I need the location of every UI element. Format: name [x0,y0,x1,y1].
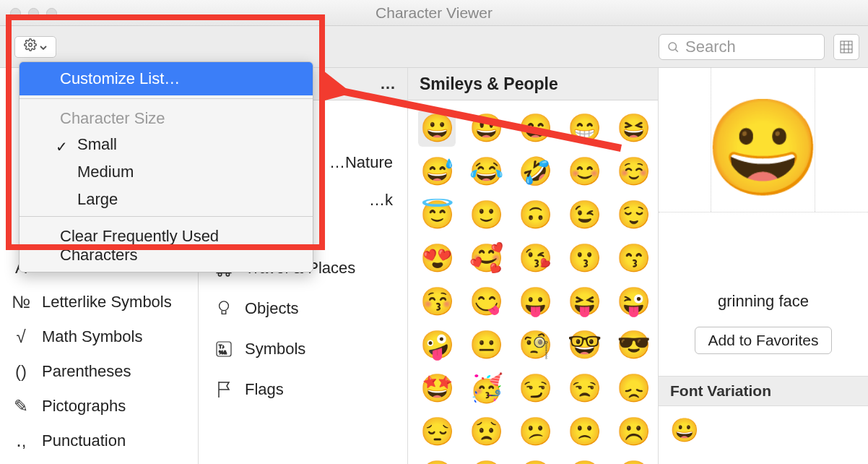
emoji-cell[interactable]: 😃 [467,109,505,147]
menu-customize-list[interactable]: Customize List… [19,62,313,95]
category-label: Pictographs [42,397,126,416]
emoji-cell[interactable]: 🥰 [467,239,505,277]
parentheses-icon: () [10,361,32,382]
search-input[interactable]: Search [659,34,825,60]
menu-size-small[interactable]: ✓ Small [19,131,313,158]
subcategory-objects[interactable]: Objects [199,288,407,329]
window-controls [10,8,57,19]
emoji-cell[interactable]: 🤓 [565,326,603,364]
menu-separator [19,98,313,99]
emoji-cell[interactable]: 🧐 [516,326,554,364]
check-icon: ✓ [56,138,68,155]
gear-dropdown-button[interactable] [14,36,56,58]
search-icon [667,40,680,53]
zoom-dot[interactable] [46,8,57,19]
symbols-icon: T♪%& [213,338,235,360]
detail-emoji: 😀 [659,100,868,194]
menu-separator [19,216,313,217]
category-label: Parentheses [42,362,131,381]
emoji-cell[interactable]: 😋 [467,283,505,320]
emoji-cell[interactable]: 🙂 [467,196,505,233]
emoji-cell[interactable]: 😞 [615,369,652,407]
emoji-cell[interactable]: 😆 [615,109,652,147]
emoji-cell[interactable]: 😗 [565,239,603,277]
emoji-cell[interactable]: 😟 [467,413,505,450]
emoji-cell[interactable]: ☹️ [615,413,652,450]
emoji-cell[interactable]: 😛 [516,283,554,320]
subcategory-symbols[interactable]: T♪%& Symbols [199,329,407,369]
category-technical[interactable]: ⌘ Technic…Symbols [0,458,198,464]
emoji-cell[interactable]: 😘 [516,239,554,277]
menu-size-large[interactable]: Large [19,186,313,213]
font-variation-sample[interactable]: 😀 [659,406,868,454]
subcategory-label: …k [369,191,393,210]
emoji-cell[interactable]: 🙃 [516,196,554,233]
menu-size-medium[interactable]: Medium [19,158,313,186]
emoji-cell[interactable]: 😊 [565,152,603,190]
category-parentheses[interactable]: () Parentheses [0,354,198,389]
emoji-cell[interactable]: 😝 [565,283,603,320]
emoji-cell[interactable]: 😐 [467,326,505,364]
flags-icon [213,379,235,400]
emoji-cell[interactable]: 😎 [615,326,652,364]
emoji-cell[interactable]: 😂 [467,152,505,190]
font-variation-header: Font Variation [659,376,868,406]
objects-icon [213,298,235,319]
menu-clear-frequent[interactable]: Clear Frequently Used Characters [19,220,313,272]
emoji-grid: 😀😃😄😁😆😅😂🤣😊☺️😇🙂🙃😉😌😍🥰😘😗😙😚😋😛😝😜🤪😐🧐🤓😎🤩🥳😏😒😞😔😟😕🙁… [408,100,658,464]
emoji-cell[interactable]: 😜 [615,283,652,320]
emoji-cell[interactable]: 😚 [418,283,456,320]
svg-line-2 [675,49,677,51]
search-placeholder: Search [685,38,736,56]
emoji-cell[interactable]: 😫 [516,456,554,464]
svg-point-0 [29,43,32,47]
category-math[interactable]: √ Math Symbols [0,319,198,354]
emoji-cell[interactable]: 😙 [615,239,652,277]
gear-dropdown-menu: Customize List… Character Size ✓ Small M… [19,61,313,272]
svg-point-10 [226,273,229,276]
emoji-cell[interactable]: 😌 [615,196,652,233]
collapse-viewer-button[interactable] [833,34,859,60]
category-label: Math Symbols [42,327,142,346]
emoji-cell[interactable]: 🤩 [418,369,456,407]
emoji-cell[interactable]: 😩 [565,456,603,464]
subcategory-label: Flags [245,380,284,399]
emoji-cell[interactable]: 😀 [418,109,456,147]
emoji-cell[interactable]: 🥳 [467,369,505,407]
emoji-cell[interactable]: 😒 [565,369,603,407]
emoji-cell[interactable]: 😍 [418,239,456,277]
category-punctuation[interactable]: ․, Punctuation [0,424,198,458]
emoji-cell[interactable]: 😕 [516,413,554,450]
subcategory-flags[interactable]: Flags [199,369,407,410]
emoji-cell[interactable]: 😅 [418,152,456,190]
emoji-cell[interactable]: 🙁 [565,413,603,450]
emoji-cell[interactable]: 😖 [467,456,505,464]
emoji-grid-header: Smileys & People [408,68,658,100]
svg-point-12 [220,301,229,311]
emoji-grid-panel: Smileys & People 😀😃😄😁😆😅😂🤣😊☺️😇🙂🙃😉😌😍🥰😘😗😙😚😋… [408,68,659,464]
letterlike-icon: № [10,291,32,313]
emoji-cell[interactable]: 😔 [418,413,456,450]
subcategory-label: Symbols [245,340,305,358]
grid-icon [840,40,853,53]
window-title: Character Viewer [376,4,492,22]
emoji-cell[interactable]: 😄 [516,109,554,147]
emoji-cell[interactable]: 😉 [565,196,603,233]
emoji-cell[interactable]: ☺️ [615,152,652,190]
emoji-cell[interactable]: 🥺 [615,456,652,464]
category-letterlike[interactable]: № Letterlike Symbols [0,285,198,319]
minimize-dot[interactable] [28,8,39,19]
math-icon: √ [10,326,32,348]
emoji-cell[interactable]: 😣 [418,456,456,464]
chevron-down-icon [40,38,47,55]
close-dot[interactable] [10,8,21,19]
emoji-cell[interactable]: 🤪 [418,326,456,364]
punctuation-icon: ․, [10,430,32,452]
category-pictographs[interactable]: ✎ Pictographs [0,389,198,424]
svg-text:T♪: T♪ [219,344,225,349]
emoji-cell[interactable]: 😏 [516,369,554,407]
emoji-cell[interactable]: 🤣 [516,152,554,190]
emoji-cell[interactable]: 😁 [565,109,603,147]
add-to-favorites-button[interactable]: Add to Favorites [695,327,833,354]
emoji-cell[interactable]: 😇 [418,196,456,233]
